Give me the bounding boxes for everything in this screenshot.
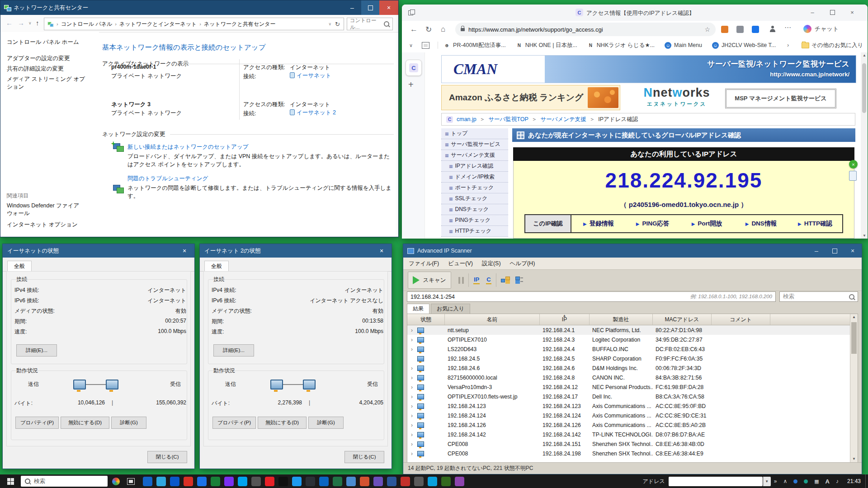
address-go-icon[interactable]: » (774, 478, 777, 484)
extension-overlay-close-icon[interactable]: × (849, 160, 858, 169)
breadcrumb[interactable]: › コントロール パネル › ネットワークとインターネット › ネットワークと共… (44, 18, 344, 30)
expander-icon[interactable]: › (411, 450, 415, 457)
other-favorites[interactable]: その他のお気に入り (811, 42, 863, 49)
scroll-down-icon[interactable]: ▼ (863, 234, 866, 238)
scanner-titlebar[interactable]: Advanced IP Scanner – × (403, 244, 862, 258)
menu-item[interactable]: ヘルプ(H) (510, 260, 535, 267)
taskbar-app-icon[interactable] (360, 477, 369, 486)
menu-subitem[interactable]: ▦HTTPチェック (441, 226, 508, 237)
scan-result-row[interactable]: › ntt.setup 192.168.24.1 NEC Platforms, … (407, 325, 858, 335)
tree-view-icon[interactable] (501, 277, 509, 284)
minimize-button[interactable]: – (802, 5, 822, 20)
column-comment[interactable]: コメント (712, 314, 770, 325)
scan-result-row[interactable]: › 192.168.24.126 192.168.24.126 Axis Com… (407, 420, 858, 430)
cman-logo[interactable]: CMAN (442, 56, 545, 83)
maximize-button[interactable] (826, 244, 844, 258)
class-c-tool-icon[interactable]: C (486, 276, 491, 284)
scrollbar-thumb[interactable] (862, 63, 866, 113)
crumb-cmanjp[interactable]: cman.jp (457, 116, 476, 122)
menu-subitem[interactable]: ▦IPアドレス確認 (441, 161, 508, 172)
more-menu-icon[interactable]: ⋯ (784, 23, 792, 32)
scan-result-row[interactable]: › CPE008 192.168.24.151 Shenzhen SHX Tec… (407, 439, 858, 449)
expander-icon[interactable]: › (411, 384, 415, 390)
ip-action-link[interactable]: ▶ 登録情報 (571, 215, 626, 232)
crumb-network-sharing[interactable]: ネットワークと共有センター (204, 20, 276, 28)
new-tab-icon[interactable]: + (408, 80, 414, 90)
extension-icon[interactable] (752, 26, 759, 33)
taskbar-app-icon[interactable] (455, 477, 464, 486)
scanner-search-input[interactable]: 検索 (779, 291, 858, 302)
taskbar-app-icon[interactable] (197, 477, 207, 486)
tray-app-icon[interactable] (793, 479, 797, 483)
taskbar-app-icon[interactable] (265, 477, 274, 486)
browser-tabstrip[interactable]: C アクセス情報【使用中のIPアドレス確認】 – × (402, 5, 868, 21)
expander-icon[interactable]: › (411, 375, 415, 381)
diagnose-button[interactable]: 診断(G) (111, 417, 146, 429)
taskbar-app-icon[interactable] (373, 477, 383, 486)
connection-link[interactable]: イーサネット 2 (290, 109, 336, 117)
bookmark-item[interactable]: N NHK ONE | 日本放... (516, 42, 577, 49)
nsc-titlebar[interactable]: ネットワークと共有センター – × (0, 0, 398, 15)
volume-icon[interactable]: ♪ (836, 478, 839, 484)
column-mac[interactable]: MACアドレス (653, 314, 712, 325)
chat-button[interactable]: チャット (803, 25, 839, 33)
page-scrollbar[interactable]: ▲ ▼ (861, 52, 868, 239)
taskbar-app-icon[interactable] (414, 477, 424, 486)
taskbar-app-icon[interactable] (211, 477, 220, 486)
address-bar[interactable]: https://www.cman.jp/network/support/go_a… (455, 23, 716, 36)
disable-button[interactable]: 無効にする(D) (258, 417, 307, 429)
msp-banner[interactable]: MSP マネージメント監視サービス (725, 89, 836, 108)
close-button[interactable]: × (379, 0, 398, 15)
related-item-internet-options[interactable]: インターネット オプション (7, 221, 90, 229)
properties-button[interactable]: プロパティ(P) (15, 417, 59, 429)
column-vendor[interactable]: 製造社 (590, 314, 653, 325)
ime-indicator[interactable]: A (826, 478, 830, 485)
close-dialog-button[interactable]: 閉じる(C) (344, 451, 384, 463)
extension-overlay-clipboard-icon[interactable] (849, 171, 857, 181)
sidebar-item-adapter-settings[interactable]: アダプターの設定の変更 (7, 55, 90, 62)
recent-locations-icon[interactable]: ∨ (28, 21, 32, 25)
sidebar-item-home[interactable]: コントロール パネル ホーム (7, 38, 90, 46)
show-desktop-button[interactable] (865, 474, 868, 488)
tray-photos-icon[interactable]: ▦ (814, 479, 819, 484)
ip-range-input[interactable]: 192.168.24.1-254 例: 192.168.0.1-100, 192… (407, 291, 776, 302)
nnetworks-logo[interactable]: Nnetworks エヌネットワークス (634, 86, 720, 108)
tab-general[interactable]: 全般 (7, 261, 32, 272)
taskbar-app-icon[interactable] (441, 477, 451, 486)
collapse-icon[interactable]: ∨ (409, 42, 413, 48)
scan-result-row[interactable]: › OPTIPLEX7010 192.168.24.3 Logitec Corp… (407, 335, 858, 344)
taskbar-app-icon[interactable] (224, 477, 234, 486)
close-button[interactable]: × (175, 247, 194, 254)
list-view-icon[interactable] (515, 277, 524, 284)
column-name[interactable]: 名前 (445, 314, 540, 325)
ip-action-link[interactable]: ▶ PING応答 (626, 215, 680, 232)
setup-connection-link[interactable]: 新しい接続またはネットワークのセットアップ (127, 143, 248, 151)
properties-button[interactable]: プロパティ(P) (212, 417, 256, 429)
sidebar-item-sharing-settings[interactable]: 共有の詳細設定の変更 (7, 65, 90, 73)
pause-icon[interactable] (458, 277, 464, 284)
task-view-icon[interactable] (127, 478, 135, 485)
details-button[interactable]: 詳細(E)... (16, 344, 57, 357)
scan-result-row[interactable]: › 827156000000.local 192.168.24.8 CANON … (407, 373, 858, 382)
up-icon[interactable]: ↑ (36, 19, 39, 27)
scroll-up-icon[interactable]: ▲ (850, 314, 858, 320)
menu-item[interactable]: 設定(S) (482, 260, 501, 267)
extension-icon[interactable] (736, 26, 744, 33)
expander-icon[interactable]: › (411, 403, 415, 409)
crumb-network-internet[interactable]: ネットワークとインターネット (119, 20, 197, 28)
disable-button[interactable]: 無効にする(D) (61, 417, 109, 429)
crumb-maintenance[interactable]: サーバメンテ支援 (540, 116, 586, 123)
url-text[interactable]: https://www.cman.jp/network/support/go_a… (468, 26, 701, 33)
taskbar-search[interactable]: 検索 (21, 476, 108, 487)
sidebar-item-media-streaming[interactable]: メディア ストリーミング オプション (7, 75, 90, 91)
scan-result-row[interactable]: › OPTIPLEX7010.flets-west.jp 192.168.24.… (407, 392, 858, 401)
scan-result-row[interactable]: › VersaPro10mdn-3 192.168.24.12 NEC Pers… (407, 382, 858, 392)
menu-item[interactable]: ▦トップ (441, 128, 508, 139)
address-combo-input[interactable] (669, 477, 763, 486)
taskbar-app-icon[interactable] (251, 477, 261, 486)
this-ip-check-button[interactable]: このIP確認 (525, 215, 571, 232)
ip-action-link[interactable]: ▶ HTTP確認 (788, 215, 842, 232)
expander-icon[interactable]: › (411, 327, 415, 333)
forward-icon[interactable]: → (18, 19, 24, 27)
scan-result-row[interactable]: › LS220D643 192.168.24.4 BUFFALO.INC DC:… (407, 344, 858, 354)
